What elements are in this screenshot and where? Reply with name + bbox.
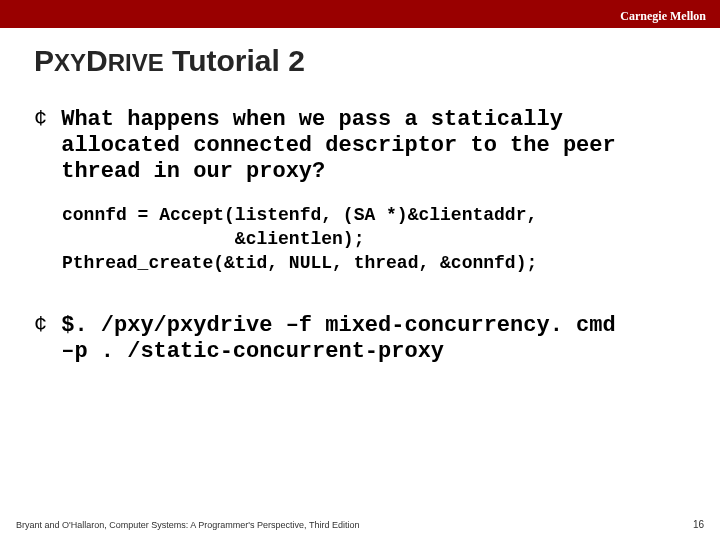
page-number: 16 bbox=[693, 519, 704, 530]
title-rest: Tutorial 2 bbox=[164, 44, 305, 77]
title-rive: RIVE bbox=[108, 49, 164, 76]
bullet-question: ¢ What happens when we pass a statically… bbox=[34, 107, 686, 185]
cmd-line2: –p . /static-concurrent-proxy bbox=[61, 339, 444, 364]
footer-citation: Bryant and O'Hallaron, Computer Systems:… bbox=[16, 520, 359, 530]
code-block: connfd = Accept(listenfd, (SA *)&clienta… bbox=[62, 203, 686, 275]
question-text: What happens when we pass a statically a… bbox=[61, 107, 686, 185]
slide-title: PXYDRIVE Tutorial 2 bbox=[34, 44, 305, 78]
bullet-command: ¢ $. /pxy/pxydrive –f mixed-concurrency.… bbox=[34, 313, 686, 365]
slide-content: ¢ What happens when we pass a statically… bbox=[34, 107, 686, 383]
title-p: P bbox=[34, 44, 54, 77]
bullet-marker-icon: ¢ bbox=[34, 107, 47, 133]
title-xy: XY bbox=[54, 49, 86, 76]
title-d: D bbox=[86, 44, 108, 77]
header-org: Carnegie Mellon bbox=[620, 9, 706, 23]
command-text: $. /pxy/pxydrive –f mixed-concurrency. c… bbox=[61, 313, 616, 365]
bullet-marker-icon: ¢ bbox=[34, 313, 47, 339]
cmd-line1: $. /pxy/pxydrive –f mixed-concurrency. c… bbox=[61, 313, 616, 338]
header-bar: Carnegie Mellon bbox=[0, 0, 720, 28]
